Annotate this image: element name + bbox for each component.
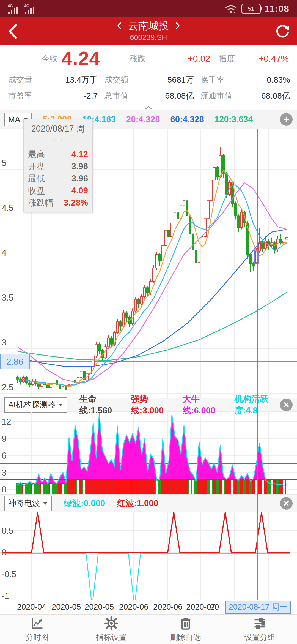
floatcap-label: 流通市值 [200,90,232,101]
tooltip-open-value: 3.96 [72,160,88,173]
change-label: 涨跌 [129,53,146,64]
svg-text:3.5: 3.5 [2,293,13,302]
turnover-rate-label: 换手率 [200,74,224,85]
stats-row-2: 市盈率-2.7 总市值68.08亿 流通市值68.08亿 [0,88,297,104]
svg-text:4: 4 [2,248,6,258]
network-type2-label: 4G [24,4,29,8]
crosshair-line [257,129,258,600]
stock-code: 600239.SH [0,33,297,42]
svg-text:3: 3 [2,468,6,477]
ai-indicator-selector[interactable]: AI机构探测器 [4,397,67,413]
add-indicator-button[interactable]: + [280,113,293,126]
svg-text:5: 5 [2,158,6,168]
green-wave-value: 绿波:0.000 [64,498,105,509]
battery-level: 51 [248,6,254,12]
marketcap-label: 总市值 [105,90,128,101]
marketcap-value: 68.08亿 [165,90,194,102]
tooltip-close-value: 4.09 [72,185,88,197]
today-close-value: 4.24 [62,48,100,70]
x-axis-label: 2020-05 [85,602,114,612]
timeshare-label: 分时图 [26,632,49,643]
x-axis: 2020-042020-052020-052020-062020-062020-… [0,600,297,615]
turnover-value: 5681万 [167,74,194,86]
indicator-settings-label: 指标设置 [96,632,127,643]
network-type-label: 4G [8,4,13,8]
range-value: +0.47% [259,54,289,64]
trash-icon [178,616,193,631]
wave-indicator-chart[interactable]: 0.50-0.5-1 [0,512,297,600]
selected-date-text: 2020-08-17 周一 [229,602,288,613]
tooltip-pct-value: 3.28% [64,197,88,209]
bottom-toolbar: 分时图 指标设置 [0,614,297,644]
candle-tooltip: 2020/08/17 周一 最高4.12 开盘3.96 最低3.96 收盘4.0… [23,119,93,212]
tooltip-pct-label: 涨跌幅 [28,197,54,209]
refresh-icon [275,23,291,39]
wave-indicator-legend: 绿波:0.000 红波:1.000 [64,498,280,509]
tooltip-high-value: 4.12 [72,148,88,160]
selected-date-badge: 2020-08-17 周一 [226,601,291,614]
gear-icon [104,616,119,631]
svg-text:-1: -1 [2,591,9,600]
red-wave-value: 红波:1.000 [117,498,158,509]
toolbar-group-settings-button[interactable]: 设置分组 [223,615,297,644]
x-axis-label: 2020-05 [52,602,81,612]
change-value: +0.02 [188,54,210,64]
prev-stock-icon[interactable] [117,22,122,30]
svg-text:12: 12 [2,417,11,427]
ai-indicator-bar: AI机构探测器 生命线:1.560 强势线:3.000 大牛线:6.000 机构… [0,398,297,412]
ai-indicator-chart[interactable]: 129630 [0,412,297,494]
toolbar-timeshare-button[interactable]: 分时图 [0,615,74,644]
close-icon: × [283,498,289,508]
toolbar-indicator-settings-button[interactable]: 指标设置 [74,615,148,644]
quote-panel: 今收 4.24 涨跌 +0.02 幅度 +0.47% 成交量13.4万手 成交额… [0,45,297,111]
battery-icon: 51 [241,4,261,14]
x-axis-label: 2020-04 [17,602,46,612]
toolbar-remove-favorite-button[interactable]: 删除自选 [148,615,223,644]
wave-indicator-selector[interactable]: 神奇电波 [4,496,52,511]
ma120-value: 120:3.634 [215,114,253,124]
app-screen: 4G 4G 51 11:08 [0,0,297,644]
volume-value: 13.4万手 [65,74,98,86]
svg-text:2.5: 2.5 [2,383,13,392]
ma20-value: 20:4.328 [126,114,160,124]
price-line-value: 2.86 [6,357,23,367]
wave-indicator-bar: 神奇电波 绿波:0.000 红波:1.000 × [0,494,297,512]
ma60-value: 60:4.328 [170,114,204,124]
chevron-up-icon [144,105,153,110]
pe-label: 市盈率 [8,90,32,101]
wave-indicator-name: 神奇电波 [8,498,40,509]
remove-favorite-label: 删除自选 [170,632,201,643]
title-bar: 云南城投 600239.SH [0,17,297,45]
turnover-rate-value: 0.83% [267,75,290,84]
x-axis-label: 2020-06 [153,602,182,612]
tooltip-date: 2020/08/17 周一 [28,122,88,148]
svg-text:6: 6 [2,451,6,460]
range-label: 幅度 [218,53,235,64]
svg-text:-0.5: -0.5 [2,569,16,579]
line-chart-icon [30,616,44,631]
turnover-label: 成交额 [105,74,128,85]
status-bar: 4G 4G 51 11:08 [0,0,297,17]
close-wave-indicator-button[interactable]: × [280,497,293,510]
tooltip-open-label: 开盘 [28,160,45,173]
tooltip-low-label: 最低 [28,173,45,185]
chevron-down-icon [58,403,63,406]
clock: 11:08 [265,3,289,14]
svg-text:9: 9 [2,434,6,444]
chevron-down-icon [43,502,48,505]
tooltip-close-label: 收盘 [28,185,45,197]
svg-text:4.5: 4.5 [2,203,13,213]
next-stock-icon[interactable] [175,22,180,30]
volume-label: 成交量 [8,74,32,85]
price-row: 今收 4.24 涨跌 +0.02 幅度 +0.47% [0,45,297,72]
today-close-label: 今收 [41,53,58,64]
pe-value: -2.7 [84,91,98,100]
svg-text:0: 0 [2,485,6,494]
refresh-button[interactable] [275,23,291,39]
wifi-icon [224,3,238,14]
svg-text:0.5: 0.5 [2,526,13,536]
close-ai-indicator-button[interactable]: × [280,399,293,411]
stats-row-1: 成交量13.4万手 成交额5681万 换手率0.83% [0,72,297,88]
ma-selector-label: MA [8,115,20,124]
group-settings-label: 设置分组 [244,632,275,643]
